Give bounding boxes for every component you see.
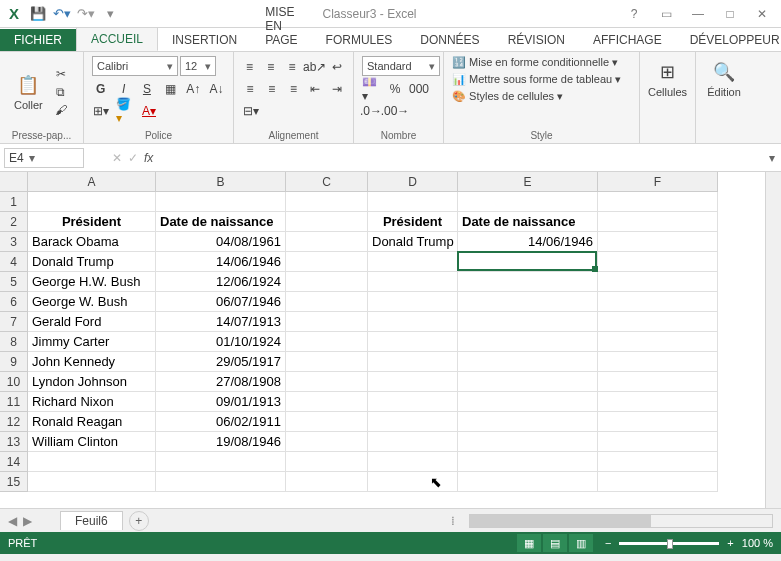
percent-icon[interactable]: %	[386, 80, 404, 98]
cell-B14[interactable]	[156, 452, 286, 472]
align-left-icon[interactable]: ≡	[242, 80, 258, 98]
row-header-5[interactable]: 5	[0, 272, 28, 292]
row-header-8[interactable]: 8	[0, 332, 28, 352]
row-header-7[interactable]: 7	[0, 312, 28, 332]
cell-B2[interactable]: Date de naissance	[156, 212, 286, 232]
grow-font-icon[interactable]: A↑	[185, 80, 202, 98]
row-header-9[interactable]: 9	[0, 352, 28, 372]
bold-button[interactable]: G	[92, 80, 109, 98]
col-header-E[interactable]: E	[458, 172, 598, 192]
cell-D5[interactable]	[368, 272, 458, 292]
minimize-icon[interactable]: —	[683, 5, 713, 23]
indent-inc-icon[interactable]: ⇥	[329, 80, 345, 98]
col-header-D[interactable]: D	[368, 172, 458, 192]
wrap-text-icon[interactable]: ↩	[330, 58, 345, 76]
cell-F1[interactable]	[598, 192, 718, 212]
cell-A10[interactable]: Lyndon Johnson	[28, 372, 156, 392]
cell-D9[interactable]	[368, 352, 458, 372]
cell-C14[interactable]	[286, 452, 368, 472]
cell-F11[interactable]	[598, 392, 718, 412]
col-header-A[interactable]: A	[28, 172, 156, 192]
redo-icon[interactable]: ↷▾	[76, 4, 96, 24]
cell-F14[interactable]	[598, 452, 718, 472]
zoom-out-button[interactable]: −	[605, 537, 611, 549]
border-button[interactable]: ▦	[162, 80, 179, 98]
row-header-11[interactable]: 11	[0, 392, 28, 412]
font-color-icon[interactable]: A▾	[140, 102, 158, 120]
cell-D11[interactable]	[368, 392, 458, 412]
fx-icon[interactable]: fx	[144, 151, 153, 165]
undo-icon[interactable]: ↶▾	[52, 4, 72, 24]
name-box[interactable]: E4 ▾	[4, 148, 84, 168]
cell-D7[interactable]	[368, 312, 458, 332]
cell-D3[interactable]: Donald Trump	[368, 232, 458, 252]
tab-insertion[interactable]: INSERTION	[158, 29, 251, 51]
col-header-B[interactable]: B	[156, 172, 286, 192]
cell-D15[interactable]	[368, 472, 458, 492]
tab-affichage[interactable]: AFFICHAGE	[579, 29, 676, 51]
cell-E11[interactable]	[458, 392, 598, 412]
sheet-nav-next-icon[interactable]: ▶	[23, 514, 32, 528]
cell-A14[interactable]	[28, 452, 156, 472]
cell-F12[interactable]	[598, 412, 718, 432]
cell-E4[interactable]	[458, 252, 598, 272]
inc-decimal-icon[interactable]: .0→	[362, 102, 380, 120]
align-middle-icon[interactable]: ≡	[263, 58, 278, 76]
row-header-3[interactable]: 3	[0, 232, 28, 252]
cell-C1[interactable]	[286, 192, 368, 212]
cell-A9[interactable]: John Kennedy	[28, 352, 156, 372]
select-all-corner[interactable]	[0, 172, 28, 192]
cell-F4[interactable]	[598, 252, 718, 272]
add-sheet-button[interactable]: +	[129, 511, 149, 531]
hscroll-split-icon[interactable]: ⁞	[451, 514, 455, 528]
row-header-15[interactable]: 15	[0, 472, 28, 492]
cell-E1[interactable]	[458, 192, 598, 212]
tab-accueil[interactable]: ACCUEIL	[76, 27, 158, 51]
cell-B12[interactable]: 06/02/1911	[156, 412, 286, 432]
cell-grid[interactable]: PrésidentBarack ObamaDonald TrumpGeorge …	[28, 192, 765, 492]
cell-F8[interactable]	[598, 332, 718, 352]
cell-B1[interactable]	[156, 192, 286, 212]
font-size-combo[interactable]: 12▾	[180, 56, 216, 76]
row-header-13[interactable]: 13	[0, 432, 28, 452]
cell-A3[interactable]: Barack Obama	[28, 232, 156, 252]
italic-button[interactable]: I	[115, 80, 132, 98]
cell-A4[interactable]: Donald Trump	[28, 252, 156, 272]
comma-icon[interactable]: 000	[410, 80, 428, 98]
cell-A2[interactable]: Président	[28, 212, 156, 232]
cell-E15[interactable]	[458, 472, 598, 492]
cell-F7[interactable]	[598, 312, 718, 332]
cell-F15[interactable]	[598, 472, 718, 492]
cell-C11[interactable]	[286, 392, 368, 412]
row-header-12[interactable]: 12	[0, 412, 28, 432]
name-box-dropdown-icon[interactable]: ▾	[24, 151, 40, 165]
cell-F3[interactable]	[598, 232, 718, 252]
view-page-break-icon[interactable]: ▥	[569, 534, 593, 552]
row-header-2[interactable]: 2	[0, 212, 28, 232]
help-icon[interactable]: ?	[619, 5, 649, 23]
underline-button[interactable]: S	[138, 80, 155, 98]
col-header-F[interactable]: F	[598, 172, 718, 192]
cell-E13[interactable]	[458, 432, 598, 452]
maximize-icon[interactable]: □	[715, 5, 745, 23]
cell-B15[interactable]	[156, 472, 286, 492]
cell-E2[interactable]: Date de naissance	[458, 212, 598, 232]
cell-D14[interactable]	[368, 452, 458, 472]
cell-C10[interactable]	[286, 372, 368, 392]
font-name-combo[interactable]: Calibri▾	[92, 56, 178, 76]
cell-C6[interactable]	[286, 292, 368, 312]
cell-F9[interactable]	[598, 352, 718, 372]
formula-input[interactable]	[161, 148, 763, 168]
borders-icon[interactable]: ⊞▾	[92, 102, 110, 120]
cell-C4[interactable]	[286, 252, 368, 272]
merge-icon[interactable]: ⊟▾	[242, 102, 260, 120]
cell-C3[interactable]	[286, 232, 368, 252]
cell-D1[interactable]	[368, 192, 458, 212]
view-normal-icon[interactable]: ▦	[517, 534, 541, 552]
cell-E14[interactable]	[458, 452, 598, 472]
zoom-slider[interactable]	[619, 542, 719, 545]
cell-E10[interactable]	[458, 372, 598, 392]
align-center-icon[interactable]: ≡	[264, 80, 280, 98]
vertical-scrollbar[interactable]	[765, 172, 781, 508]
cell-A13[interactable]: William Clinton	[28, 432, 156, 452]
